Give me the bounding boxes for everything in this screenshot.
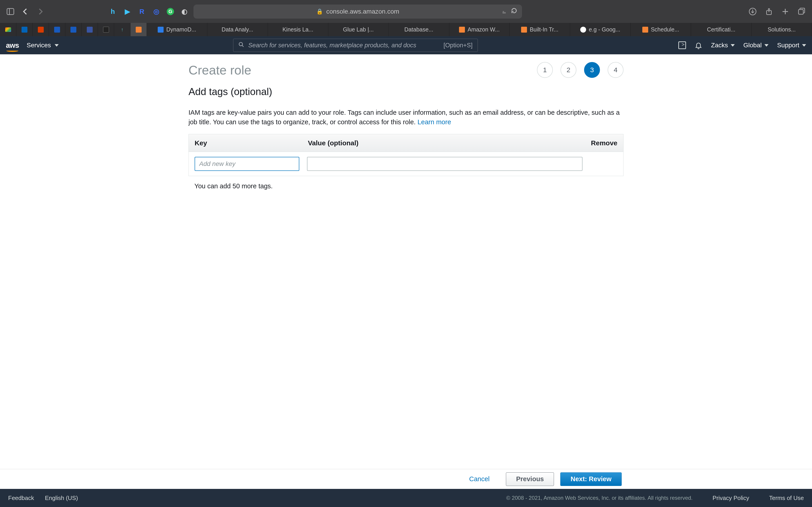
downloads-icon[interactable] <box>749 7 757 16</box>
aws-top-nav: aws Services Search for services, featur… <box>0 36 812 54</box>
pinned-tab-outlook[interactable] <box>16 23 33 36</box>
aws-logo[interactable]: aws <box>6 41 19 50</box>
main-content: Create role 1 2 3 4 Add tags (optional) … <box>0 54 812 472</box>
tags-table: Key Value (optional) Remove <box>189 134 623 176</box>
caret-down-icon <box>55 44 59 47</box>
step-3[interactable]: 3 <box>584 62 600 78</box>
action-bar: Cancel Previous Next: Review <box>0 469 812 489</box>
new-tab-icon[interactable] <box>781 7 789 16</box>
privacy-link[interactable]: Privacy Policy <box>713 495 749 502</box>
wizard-steps: 1 2 3 4 <box>537 62 623 78</box>
tab-dynamodb[interactable]: DynamoD... <box>147 23 207 36</box>
tags-footnote: You can add 50 more tags. <box>189 182 623 190</box>
grammarly-ext-icon[interactable]: G <box>167 8 174 15</box>
tab-solutions[interactable]: Solutions... <box>752 23 812 36</box>
step-1[interactable]: 1 <box>537 62 553 78</box>
pinned-tab-word2[interactable] <box>65 23 82 36</box>
page-title: Create role <box>189 63 251 77</box>
pinned-tabs: ↑ <box>0 23 147 36</box>
learn-more-link[interactable]: Learn more <box>417 118 451 126</box>
pinned-tab-office[interactable] <box>33 23 49 36</box>
cloudshell-icon[interactable] <box>678 42 686 49</box>
svg-rect-8 <box>799 9 803 14</box>
col-header-remove: Remove <box>581 139 617 147</box>
address-bar[interactable]: 🔒 console.aws.amazon.com ⎁ <box>194 5 522 18</box>
url-host: console.aws.amazon.com <box>326 8 399 15</box>
tab-database[interactable]: Database... <box>389 23 449 36</box>
footer: Feedback English (US) © 2008 - 2021, Ama… <box>0 489 812 507</box>
tab-cert[interactable]: Certificati... <box>691 23 752 36</box>
tab-glue[interactable]: Glue Lab |... <box>328 23 389 36</box>
region-menu[interactable]: Global <box>743 42 768 49</box>
ext-circle-icon[interactable]: ◎ <box>152 7 160 16</box>
honey-ext-icon[interactable]: h <box>109 7 117 16</box>
section-title: Add tags (optional) <box>189 86 623 97</box>
account-menu[interactable]: Zacks <box>711 42 735 49</box>
document-tabs: DynamoD... Data Analy... Kinesis La... G… <box>147 23 812 36</box>
copyright: © 2008 - 2021, Amazon Web Services, Inc.… <box>506 495 693 501</box>
tag-key-input[interactable] <box>195 157 299 171</box>
terms-link[interactable]: Terms of Use <box>769 495 804 502</box>
svg-point-9 <box>239 42 242 46</box>
tab-builtin[interactable]: Built-In Tr... <box>510 23 570 36</box>
pinned-tab-gmail[interactable] <box>0 23 16 36</box>
pinned-tab-aws[interactable] <box>131 23 147 36</box>
ext-contrast-icon[interactable]: ◐ <box>180 7 189 16</box>
language-selector[interactable]: English (US) <box>45 495 80 502</box>
col-header-key: Key <box>195 139 308 147</box>
tab-google[interactable]: e.g - Goog... <box>570 23 630 36</box>
previous-button[interactable]: Previous <box>506 472 554 486</box>
sidebar-toggle-icon[interactable] <box>6 7 14 16</box>
ext-flag-icon[interactable]: ▶ <box>123 7 132 16</box>
step-4[interactable]: 4 <box>608 62 623 78</box>
tabs-overview-icon[interactable] <box>798 7 806 16</box>
lock-icon: 🔒 <box>316 8 323 15</box>
pinned-tab-word[interactable] <box>49 23 65 36</box>
back-icon[interactable] <box>21 7 30 16</box>
svg-line-10 <box>242 45 244 47</box>
col-header-value: Value (optional) <box>308 139 581 147</box>
translate-icon[interactable]: ⎁ <box>503 8 506 15</box>
share-icon[interactable] <box>765 7 773 16</box>
support-menu[interactable]: Support <box>777 42 806 49</box>
pinned-tab-calc[interactable] <box>82 23 98 36</box>
search-placeholder: Search for services, features, marketpla… <box>248 42 416 49</box>
search-icon <box>238 42 244 49</box>
pinned-tab-app1[interactable] <box>98 23 114 36</box>
reload-icon[interactable] <box>511 8 517 15</box>
next-review-button[interactable]: Next: Review <box>560 472 622 486</box>
feedback-link[interactable]: Feedback <box>8 495 34 502</box>
services-menu[interactable]: Services <box>27 42 58 49</box>
search-shortcut: [Option+S] <box>444 42 473 49</box>
tab-data-analy[interactable]: Data Analy... <box>207 23 268 36</box>
tab-amazon-w[interactable]: Amazon W... <box>449 23 510 36</box>
tag-value-input[interactable] <box>307 157 582 171</box>
tab-strip: ↑ DynamoD... Data Analy... Kinesis La...… <box>0 23 812 36</box>
aws-search-input[interactable]: Search for services, features, marketpla… <box>233 39 478 52</box>
forward-icon <box>36 7 44 16</box>
extension-icons: h ▶ R ◎ G ◐ <box>109 7 189 16</box>
pinned-tab-app2[interactable]: ↑ <box>114 23 131 36</box>
section-description: IAM tags are key-value pairs you can add… <box>189 108 623 127</box>
svg-rect-0 <box>7 8 14 14</box>
ext-r-icon[interactable]: R <box>138 7 146 16</box>
cancel-button[interactable]: Cancel <box>459 472 500 486</box>
browser-toolbar: h ▶ R ◎ G ◐ 🔒 console.aws.amazon.com ⎁ <box>0 0 812 23</box>
tab-schedule[interactable]: Schedule... <box>630 23 691 36</box>
tab-kinesis[interactable]: Kinesis La... <box>268 23 328 36</box>
notifications-icon[interactable] <box>695 42 702 49</box>
step-2[interactable]: 2 <box>561 62 576 78</box>
